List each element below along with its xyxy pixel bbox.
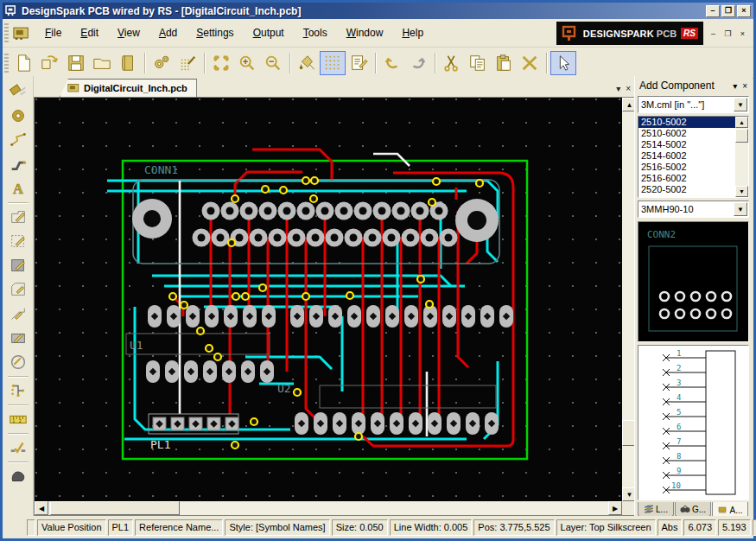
zoom-out-icon: [264, 54, 283, 73]
panel-menu-icon[interactable]: ▾: [733, 81, 737, 91]
zoom-in-button[interactable]: [234, 51, 260, 75]
tab-layers[interactable]: L...: [638, 502, 674, 517]
add-copper-pour-tool[interactable]: [5, 229, 31, 253]
list-scroll-thumb[interactable]: [735, 129, 748, 143]
mdi-close-button[interactable]: ×: [737, 29, 748, 40]
add-circle-tool[interactable]: [5, 350, 31, 374]
component-item[interactable]: 2514-5002: [638, 139, 748, 150]
add-connection-tool[interactable]: [5, 128, 31, 152]
footprint-combo-dropdown-icon[interactable]: ▼: [734, 202, 747, 216]
toolbar-grip[interactable]: [4, 23, 9, 42]
component-item[interactable]: 2516-6002: [638, 173, 748, 184]
paste-button[interactable]: [491, 51, 517, 75]
list-scroll-up-icon[interactable]: ▲: [735, 117, 748, 128]
panel-close-icon[interactable]: ×: [742, 81, 747, 91]
component-list-scrollbar[interactable]: ▲ ▼: [735, 117, 748, 197]
scroll-left-icon[interactable]: ◀: [35, 501, 48, 515]
footprint-combobox[interactable]: 3MMH90-10 ▼: [638, 200, 749, 218]
interaction-toolbar: A 12: [3, 76, 34, 516]
library-combobox-value: 3M.cml [in "..."]: [641, 99, 704, 110]
conn2-pads: [660, 292, 731, 318]
grid-edit-icon: [178, 54, 197, 73]
pour-copper-tool[interactable]: [5, 464, 31, 488]
menu-tools[interactable]: Tools: [294, 23, 337, 42]
delete-button[interactable]: [517, 51, 543, 75]
tab-menu-icon[interactable]: ▾: [616, 84, 620, 93]
menu-edit[interactable]: Edit: [71, 23, 108, 42]
zoom-all-button[interactable]: [208, 51, 234, 75]
circle-icon: [9, 353, 28, 372]
measure-tool[interactable]: 12: [5, 407, 31, 431]
window-title: DesignSpark PCB wired by RS - [DigitalCi…: [22, 5, 706, 17]
settings-button[interactable]: [149, 51, 175, 75]
add-rectangle-tool[interactable]: [5, 326, 31, 350]
open-file-button[interactable]: [37, 51, 63, 75]
minimize-button[interactable]: –: [706, 5, 720, 17]
add-board-outline-tool[interactable]: [5, 205, 31, 229]
component-item[interactable]: 2510-6002: [638, 128, 748, 139]
add-component-tool[interactable]: [5, 80, 31, 104]
close-folder-button[interactable]: [89, 51, 115, 75]
zoom-out-button[interactable]: [260, 51, 286, 75]
pcb-canvas[interactable]: CONN1 U1 U2 PL1 ▲ ▼ ◀ ▶: [34, 97, 638, 516]
add-filled-shape-tool[interactable]: [5, 253, 31, 277]
menu-output[interactable]: Output: [244, 23, 294, 42]
add-doc-shape-tool[interactable]: [5, 277, 31, 302]
scroll-right-icon[interactable]: ▶: [608, 501, 622, 515]
maximize-button[interactable]: ❐: [721, 5, 735, 17]
status-abs-toggle[interactable]: Abs: [658, 519, 683, 536]
toolbar-grip-2[interactable]: [4, 54, 9, 73]
select-mode-button[interactable]: [550, 51, 576, 75]
document-tab[interactable]: DigitalCircuit_Inch.pcb: [60, 79, 197, 97]
cut-button[interactable]: [439, 51, 465, 75]
component-listbox[interactable]: 2510-5002 2510-6002 2514-5002 2514-6002 …: [638, 116, 749, 198]
pcb-drawing[interactable]: CONN1 U1 U2 PL1: [35, 98, 624, 506]
status-ref: PL1: [108, 519, 134, 536]
menu-help[interactable]: Help: [392, 23, 433, 42]
zoom-extents-icon: [212, 54, 231, 73]
layers-icon: [644, 505, 654, 513]
tab-add-component-label: A...: [729, 506, 742, 515]
add-pad-tool[interactable]: [5, 104, 31, 128]
status-units[interactable]: inches: [753, 519, 756, 536]
menu-add[interactable]: Add: [149, 23, 187, 42]
canvas-horizontal-scrollbar[interactable]: ◀ ▶: [35, 501, 622, 515]
component-item[interactable]: 2510-5002: [638, 117, 748, 128]
redo-button[interactable]: [405, 51, 431, 75]
save-file-button[interactable]: [63, 51, 89, 75]
component-item[interactable]: 2520-5002: [638, 184, 748, 195]
library-button[interactable]: [115, 51, 141, 75]
close-button[interactable]: ×: [737, 5, 751, 17]
new-file-button[interactable]: [11, 51, 37, 75]
mdi-restore-button[interactable]: ❐: [722, 29, 734, 40]
tab-close-icon[interactable]: ×: [626, 84, 631, 93]
pin-number: 5: [677, 408, 681, 417]
menu-view[interactable]: View: [108, 23, 149, 42]
tab-goto[interactable]: G...: [675, 502, 711, 517]
grid-toggle-button[interactable]: [320, 51, 346, 75]
pcb-doc-icon: [67, 83, 80, 93]
menu-file[interactable]: File: [35, 23, 71, 42]
undo-button[interactable]: [379, 51, 405, 75]
colors-button[interactable]: [294, 51, 320, 75]
horizontal-scroll-thumb[interactable]: [50, 501, 180, 515]
logo-product: PCB: [657, 29, 677, 39]
add-text-tool[interactable]: A: [5, 176, 31, 200]
design-check-tool[interactable]: [5, 436, 31, 460]
pin-number: 10: [671, 481, 681, 490]
auto-route-tool[interactable]: [5, 379, 31, 403]
list-scroll-down-icon[interactable]: ▼: [735, 186, 748, 197]
library-combo-dropdown-icon[interactable]: ▼: [734, 98, 747, 111]
reports-button[interactable]: [346, 51, 372, 75]
ruler-icon: 12: [9, 410, 28, 429]
menu-window[interactable]: Window: [337, 23, 393, 42]
design-technology-button[interactable]: [175, 51, 200, 75]
add-line-tool[interactable]: [5, 302, 31, 326]
component-item[interactable]: 2516-5002: [638, 162, 748, 173]
library-combobox[interactable]: 3M.cml [in "..."] ▼: [638, 96, 749, 113]
add-track-tool[interactable]: [5, 152, 31, 176]
component-item[interactable]: 2514-6002: [638, 150, 748, 162]
menu-settings[interactable]: Settings: [187, 23, 243, 42]
copy-button[interactable]: [465, 51, 491, 75]
mdi-minimize-button[interactable]: –: [708, 29, 719, 40]
